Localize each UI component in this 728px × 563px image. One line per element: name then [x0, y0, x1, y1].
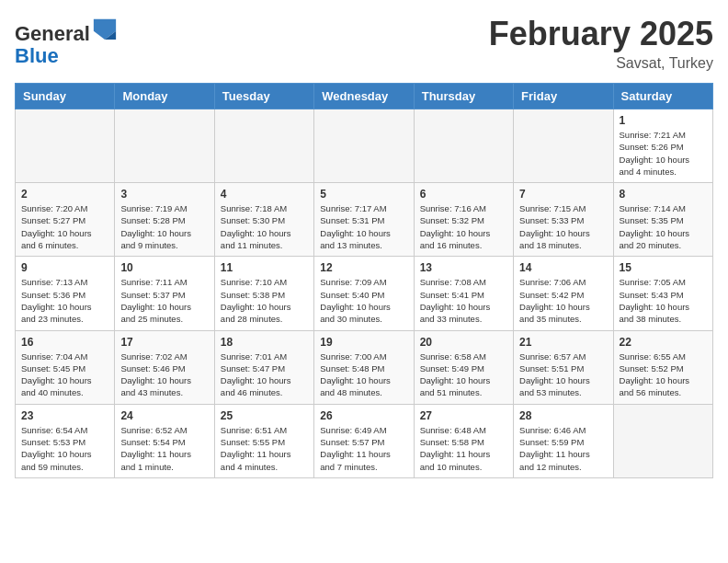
- day-info: Sunrise: 7:08 AM Sunset: 5:41 PM Dayligh…: [420, 276, 507, 325]
- day-info: Sunrise: 7:18 AM Sunset: 5:30 PM Dayligh…: [221, 202, 308, 251]
- day-info: Sunrise: 6:58 AM Sunset: 5:49 PM Dayligh…: [420, 350, 507, 399]
- logo: General Blue: [15, 15, 118, 67]
- day-number: 23: [21, 409, 108, 422]
- calendar-cell: 16Sunrise: 7:04 AM Sunset: 5:45 PM Dayli…: [16, 330, 115, 404]
- day-info: Sunrise: 7:16 AM Sunset: 5:32 PM Dayligh…: [420, 202, 507, 251]
- day-number: 20: [420, 336, 507, 349]
- calendar-cell: [115, 109, 214, 183]
- calendar-cell: 1Sunrise: 7:21 AM Sunset: 5:26 PM Daylig…: [613, 109, 712, 183]
- logo-blue-text: Blue: [15, 44, 59, 67]
- day-info: Sunrise: 7:14 AM Sunset: 5:35 PM Dayligh…: [620, 202, 707, 251]
- logo-icon: [92, 15, 118, 40]
- day-number: 9: [21, 261, 108, 274]
- page-header: General Blue February 2025 Savsat, Turke…: [15, 15, 713, 72]
- day-number: 15: [620, 261, 707, 274]
- calendar-cell: 18Sunrise: 7:01 AM Sunset: 5:47 PM Dayli…: [214, 330, 313, 404]
- col-header-friday: Friday: [514, 84, 613, 109]
- day-info: Sunrise: 7:19 AM Sunset: 5:28 PM Dayligh…: [120, 202, 208, 251]
- week-row-3: 9Sunrise: 7:13 AM Sunset: 5:36 PM Daylig…: [16, 257, 713, 330]
- calendar-cell: 24Sunrise: 6:52 AM Sunset: 5:54 PM Dayli…: [115, 404, 214, 477]
- col-header-sunday: Sunday: [16, 84, 115, 109]
- calendar-cell: 21Sunrise: 6:57 AM Sunset: 5:51 PM Dayli…: [514, 330, 613, 404]
- calendar-cell: 6Sunrise: 7:16 AM Sunset: 5:32 PM Daylig…: [414, 183, 513, 257]
- col-header-wednesday: Wednesday: [314, 84, 414, 109]
- calendar-cell: 19Sunrise: 7:00 AM Sunset: 5:48 PM Dayli…: [314, 330, 414, 404]
- calendar-cell: 12Sunrise: 7:09 AM Sunset: 5:40 PM Dayli…: [314, 257, 414, 330]
- week-row-1: 1Sunrise: 7:21 AM Sunset: 5:26 PM Daylig…: [16, 109, 713, 183]
- day-number: 6: [420, 188, 507, 201]
- day-info: Sunrise: 7:05 AM Sunset: 5:43 PM Dayligh…: [620, 276, 707, 325]
- calendar-cell: [314, 109, 414, 183]
- calendar-cell: 23Sunrise: 6:54 AM Sunset: 5:53 PM Dayli…: [16, 404, 115, 477]
- day-number: 10: [120, 261, 208, 274]
- day-info: Sunrise: 7:09 AM Sunset: 5:40 PM Dayligh…: [320, 276, 407, 325]
- day-info: Sunrise: 6:48 AM Sunset: 5:58 PM Dayligh…: [420, 424, 507, 473]
- calendar-cell: 5Sunrise: 7:17 AM Sunset: 5:31 PM Daylig…: [314, 183, 414, 257]
- calendar-cell: 25Sunrise: 6:51 AM Sunset: 5:55 PM Dayli…: [214, 404, 313, 477]
- title-block: February 2025 Savsat, Turkey: [489, 15, 713, 72]
- day-number: 13: [420, 261, 507, 274]
- day-number: 18: [221, 336, 308, 349]
- day-info: Sunrise: 6:54 AM Sunset: 5:53 PM Dayligh…: [21, 424, 108, 473]
- calendar-cell: 28Sunrise: 6:46 AM Sunset: 5:59 PM Dayli…: [514, 404, 613, 477]
- calendar-cell: 27Sunrise: 6:48 AM Sunset: 5:58 PM Dayli…: [414, 404, 513, 477]
- day-info: Sunrise: 6:49 AM Sunset: 5:57 PM Dayligh…: [320, 424, 407, 473]
- day-number: 8: [620, 188, 707, 201]
- calendar-header-row: SundayMondayTuesdayWednesdayThursdayFrid…: [16, 84, 713, 109]
- day-number: 3: [120, 188, 208, 201]
- day-number: 22: [620, 336, 707, 349]
- day-info: Sunrise: 7:15 AM Sunset: 5:33 PM Dayligh…: [519, 202, 607, 251]
- day-number: 4: [221, 188, 308, 201]
- calendar-cell: 17Sunrise: 7:02 AM Sunset: 5:46 PM Dayli…: [115, 330, 214, 404]
- calendar-cell: [414, 109, 513, 183]
- calendar-cell: 20Sunrise: 6:58 AM Sunset: 5:49 PM Dayli…: [414, 330, 513, 404]
- day-number: 14: [519, 261, 607, 274]
- calendar-cell: [16, 109, 115, 183]
- col-header-thursday: Thursday: [414, 84, 513, 109]
- calendar-cell: [214, 109, 313, 183]
- calendar-cell: 10Sunrise: 7:11 AM Sunset: 5:37 PM Dayli…: [115, 257, 214, 330]
- month-title: February 2025: [489, 15, 713, 53]
- calendar-cell: 13Sunrise: 7:08 AM Sunset: 5:41 PM Dayli…: [414, 257, 513, 330]
- calendar-cell: 22Sunrise: 6:55 AM Sunset: 5:52 PM Dayli…: [613, 330, 712, 404]
- day-info: Sunrise: 7:20 AM Sunset: 5:27 PM Dayligh…: [21, 202, 108, 251]
- day-number: 17: [120, 336, 208, 349]
- calendar-cell: 3Sunrise: 7:19 AM Sunset: 5:28 PM Daylig…: [115, 183, 214, 257]
- day-info: Sunrise: 7:06 AM Sunset: 5:42 PM Dayligh…: [519, 276, 607, 325]
- week-row-5: 23Sunrise: 6:54 AM Sunset: 5:53 PM Dayli…: [16, 404, 713, 477]
- calendar-table: SundayMondayTuesdayWednesdayThursdayFrid…: [15, 83, 713, 478]
- calendar-cell: 4Sunrise: 7:18 AM Sunset: 5:30 PM Daylig…: [214, 183, 313, 257]
- day-info: Sunrise: 6:57 AM Sunset: 5:51 PM Dayligh…: [519, 350, 607, 399]
- day-number: 1: [620, 114, 707, 127]
- day-number: 28: [519, 409, 607, 422]
- day-info: Sunrise: 7:11 AM Sunset: 5:37 PM Dayligh…: [120, 276, 208, 325]
- day-number: 16: [21, 336, 108, 349]
- col-header-saturday: Saturday: [613, 84, 712, 109]
- day-number: 27: [420, 409, 507, 422]
- week-row-4: 16Sunrise: 7:04 AM Sunset: 5:45 PM Dayli…: [16, 330, 713, 404]
- day-info: Sunrise: 7:17 AM Sunset: 5:31 PM Dayligh…: [320, 202, 407, 251]
- week-row-2: 2Sunrise: 7:20 AM Sunset: 5:27 PM Daylig…: [16, 183, 713, 257]
- location: Savsat, Turkey: [489, 55, 713, 72]
- calendar-cell: [613, 404, 712, 477]
- day-number: 25: [221, 409, 308, 422]
- day-info: Sunrise: 6:46 AM Sunset: 5:59 PM Dayligh…: [519, 424, 607, 473]
- day-info: Sunrise: 6:52 AM Sunset: 5:54 PM Dayligh…: [120, 424, 208, 473]
- logo-general-text: General: [15, 22, 90, 45]
- day-info: Sunrise: 6:51 AM Sunset: 5:55 PM Dayligh…: [221, 424, 308, 473]
- calendar-cell: 8Sunrise: 7:14 AM Sunset: 5:35 PM Daylig…: [613, 183, 712, 257]
- day-number: 24: [120, 409, 208, 422]
- day-number: 19: [320, 336, 407, 349]
- calendar-cell: 2Sunrise: 7:20 AM Sunset: 5:27 PM Daylig…: [16, 183, 115, 257]
- calendar-cell: 7Sunrise: 7:15 AM Sunset: 5:33 PM Daylig…: [514, 183, 613, 257]
- day-number: 5: [320, 188, 407, 201]
- day-number: 7: [519, 188, 607, 201]
- calendar-cell: [514, 109, 613, 183]
- calendar-cell: 26Sunrise: 6:49 AM Sunset: 5:57 PM Dayli…: [314, 404, 414, 477]
- day-info: Sunrise: 6:55 AM Sunset: 5:52 PM Dayligh…: [620, 350, 707, 399]
- day-number: 11: [221, 261, 308, 274]
- day-number: 2: [21, 188, 108, 201]
- day-number: 21: [519, 336, 607, 349]
- col-header-monday: Monday: [115, 84, 214, 109]
- calendar-cell: 14Sunrise: 7:06 AM Sunset: 5:42 PM Dayli…: [514, 257, 613, 330]
